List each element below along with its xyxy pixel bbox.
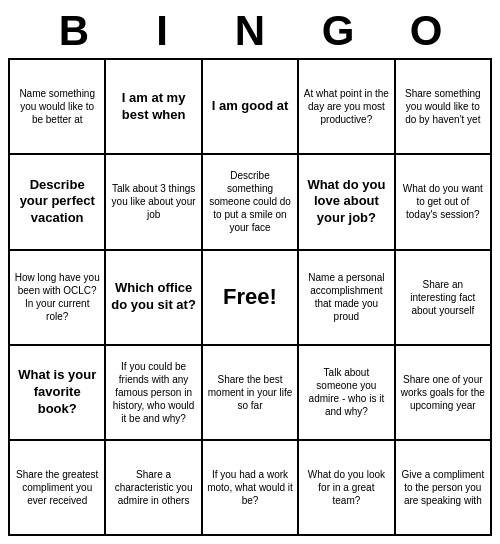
bingo-cell-6: Talk about 3 things you like about your …	[106, 155, 202, 250]
bingo-cell-10: How long have you been with OCLC? In you…	[10, 251, 106, 346]
bingo-cell-16: If you could be friends with any famous …	[106, 346, 202, 441]
bingo-cell-17: Share the best moment in your life so fa…	[203, 346, 299, 441]
bingo-cell-0: Name something you would like to be bett…	[10, 60, 106, 155]
bingo-cell-3: At what point in the day are you most pr…	[299, 60, 395, 155]
bingo-cell-9: What do you want to get out of today's s…	[396, 155, 492, 250]
bingo-letter-g: G	[294, 8, 382, 54]
bingo-cell-5: Describe your perfect vacation	[10, 155, 106, 250]
bingo-cell-2: I am good at	[203, 60, 299, 155]
bingo-letter-o: O	[382, 8, 470, 54]
bingo-cell-22: If you had a work moto, what would it be…	[203, 441, 299, 536]
bingo-cell-24: Give a compliment to the person you are …	[396, 441, 492, 536]
bingo-cell-1: I am at my best when	[106, 60, 202, 155]
bingo-header: BINGO	[8, 8, 492, 54]
bingo-cell-20: Share the greatest compliment you ever r…	[10, 441, 106, 536]
bingo-cell-4: Share something you would like to do by …	[396, 60, 492, 155]
bingo-cell-8: What do you love about your job?	[299, 155, 395, 250]
bingo-cell-18: Talk about someone you admire - who is i…	[299, 346, 395, 441]
bingo-cell-15: What is your favorite book?	[10, 346, 106, 441]
bingo-letter-n: N	[206, 8, 294, 54]
bingo-cell-19: Share one of your works goals for the up…	[396, 346, 492, 441]
bingo-letter-b: B	[30, 8, 118, 54]
bingo-cell-11: Which office do you sit at?	[106, 251, 202, 346]
bingo-cell-7: Describe something someone could do to p…	[203, 155, 299, 250]
bingo-cell-23: What do you look for in a great team?	[299, 441, 395, 536]
bingo-letter-i: I	[118, 8, 206, 54]
bingo-cell-12: Free!	[203, 251, 299, 346]
bingo-cell-13: Name a personal accomplishment that made…	[299, 251, 395, 346]
bingo-cell-21: Share a characteristic you admire in oth…	[106, 441, 202, 536]
bingo-cell-14: Share an interesting fact about yourself	[396, 251, 492, 346]
bingo-grid: Name something you would like to be bett…	[8, 58, 492, 536]
